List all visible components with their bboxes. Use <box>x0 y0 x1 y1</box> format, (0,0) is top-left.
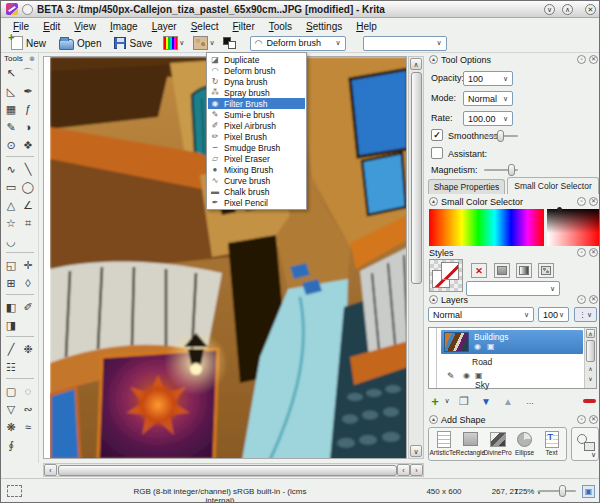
save-button[interactable]: Save <box>110 37 156 49</box>
assistant-tool-button[interactable]: ╱ <box>3 340 20 358</box>
scroll-left-button[interactable]: ‹ <box>44 464 57 476</box>
pattern-picker-button[interactable]: ∨ <box>191 36 216 50</box>
float-icon[interactable]: ▫ <box>577 248 586 257</box>
lock-icon[interactable]: ▣ <box>487 342 495 351</box>
freehand-tool-button[interactable]: ∿ <box>3 160 20 178</box>
rectangle-tool-button[interactable]: ▭ <box>3 178 20 196</box>
lock-icon[interactable]: ▣ <box>475 371 483 380</box>
hue-strip[interactable] <box>429 209 544 246</box>
shape-text[interactable]: Text <box>538 430 565 456</box>
menu-edit[interactable]: Edit <box>36 21 67 32</box>
edit-path-tool-button[interactable]: ⌒ <box>20 64 37 82</box>
open-button[interactable]: Open <box>55 37 105 50</box>
menu-settings[interactable]: Settings <box>299 21 349 32</box>
style-pattern-button[interactable] <box>538 263 554 278</box>
smoothness-slider[interactable] <box>484 130 518 142</box>
move-layer-up-button[interactable]: ▲ <box>500 393 516 409</box>
duplicate-layer-button[interactable]: ❐ <box>456 393 472 409</box>
fit-canvas-button[interactable]: ▣ <box>582 485 595 498</box>
brush-menu-item[interactable]: ◪Duplicate <box>208 54 305 65</box>
shape-rectangle[interactable]: Rectangle <box>457 430 484 456</box>
docker-close-icon[interactable]: ⊗ <box>29 55 35 63</box>
collapse-icon[interactable]: ▴ <box>429 55 438 64</box>
shape-category-button[interactable]: ∨ <box>571 427 599 461</box>
grid-tool-tool-button[interactable]: ☷ <box>3 358 20 376</box>
grid-tool-button[interactable]: ⊞ <box>3 274 20 292</box>
visibility-eye-icon[interactable]: ◉ <box>474 342 481 351</box>
add-layer-button[interactable]: + <box>428 393 442 409</box>
float-icon[interactable]: ▫ <box>577 415 586 424</box>
menu-help[interactable]: Help <box>349 21 384 32</box>
shape-artistic-text[interactable]: ArtisticTe: <box>430 430 457 456</box>
color-picker-tool-button[interactable]: ⊙ <box>3 136 20 154</box>
brush-menu-item[interactable]: ↻Dyna brush <box>208 76 305 87</box>
select-rectangular-tool-button[interactable]: ▢ <box>3 382 20 400</box>
scroll-up-button[interactable]: ∧ <box>586 329 595 338</box>
style-none-preview[interactable] <box>429 259 463 292</box>
canvas-vertical-scrollbar[interactable]: ∧ ∨ <box>408 56 424 459</box>
tab-small-color-selector[interactable]: Small Color Selector <box>507 177 599 194</box>
layer-options-button[interactable]: ⋮∨ <box>574 307 597 322</box>
scroll-down-button[interactable]: ∨ <box>586 376 595 384</box>
saturation-value-square[interactable] <box>547 209 600 246</box>
add-layer-dropdown[interactable]: ∨ <box>442 393 452 409</box>
style-solid-button[interactable] <box>494 263 510 278</box>
crop-tool-button[interactable]: ⌗ <box>20 214 37 232</box>
filter-effects-tool-button[interactable]: ƒ <box>20 100 37 118</box>
brush-menu-item[interactable]: ∽Smudge Brush <box>208 142 305 153</box>
horizontal-scroll-thumb[interactable] <box>58 465 397 476</box>
move-layer-down-button[interactable]: ▼ <box>478 393 494 409</box>
polygon-tool-button[interactable]: △ <box>3 196 20 214</box>
arc-tool-button[interactable]: ◡ <box>3 232 20 250</box>
collapse-icon[interactable]: ▴ <box>429 295 438 304</box>
close-icon[interactable]: ✕ <box>589 197 598 206</box>
layer-row-road[interactable]: Road <box>472 357 492 367</box>
star-tool-button[interactable]: ☆ <box>3 214 20 232</box>
calligraphy-tool-button[interactable]: ✒ <box>20 82 37 100</box>
delete-layer-button[interactable] <box>583 399 596 403</box>
scroll-up-button-2[interactable]: ∧ <box>586 366 595 374</box>
visibility-eye-icon[interactable]: ◉ <box>463 371 470 380</box>
close-button[interactable]: ✕ <box>585 4 596 15</box>
brush-menu-item[interactable]: ⁂Spray brush <box>208 87 305 98</box>
shape-ellipse[interactable]: Ellipse <box>511 430 538 456</box>
collapse-icon[interactable]: ▴ <box>429 197 438 206</box>
close-icon[interactable]: ✕ <box>589 415 598 424</box>
zoom-combobox[interactable]: 125% ∨ <box>514 487 541 496</box>
brush-menu-item[interactable]: ∿Curve brush <box>208 175 305 186</box>
ruler-tool-button[interactable]: ◺ <box>3 82 20 100</box>
brush-type-combobox[interactable]: ◠ Deform brush ∨ <box>250 36 346 51</box>
brush-menu-item[interactable]: ◠Deform brush <box>208 65 305 76</box>
scroll-thumb[interactable] <box>586 340 595 362</box>
menu-filter[interactable]: Filter <box>225 21 261 32</box>
menu-layer[interactable]: Layer <box>145 21 184 32</box>
menu-tools[interactable]: Tools <box>262 21 299 32</box>
tab-shape-properties[interactable]: Shape Properties <box>428 179 505 194</box>
shapes-3d-tool-button[interactable]: ◧ <box>3 298 20 316</box>
fg-bg-color-swap-button[interactable] <box>222 36 237 50</box>
gradient-tool-button[interactable]: ◑ <box>20 118 37 136</box>
perspective-tool-button[interactable]: ◊ <box>20 274 37 292</box>
scroll-up-button[interactable]: ∧ <box>410 58 422 70</box>
brush-menu-item[interactable]: ✒Pixel Pencil <box>208 197 305 208</box>
pattern-edit-tool-button[interactable]: ▦ <box>3 100 20 118</box>
brush-menu-item[interactable]: ▱Pixel Eraser <box>208 153 305 164</box>
zoom-slider[interactable] <box>539 485 576 497</box>
brush-menu-item[interactable]: ✏Pixel Brush <box>208 131 305 142</box>
close-icon[interactable]: ✕ <box>589 55 598 64</box>
select-contiguous-tool-button[interactable]: ❋ <box>3 418 20 436</box>
brush-menu-item[interactable]: ◉Filter Brush <box>208 98 305 109</box>
brush-menu-item[interactable]: ✐Pixel Airbrush <box>208 120 305 131</box>
select-polygonal-tool-button[interactable]: ▽ <box>3 400 20 418</box>
move-tool-button[interactable]: ✛ <box>20 256 37 274</box>
vertical-scroll-thumb[interactable] <box>411 72 422 284</box>
layer-properties-button[interactable]: ... <box>522 393 538 409</box>
maximize-button[interactable]: ∧ <box>562 4 573 15</box>
new-button[interactable]: New <box>7 36 50 50</box>
layer-row-sky[interactable]: ✎ ◉ ▣ Sky <box>441 369 583 387</box>
smoothness-checkbox[interactable]: ✓ <box>431 129 443 141</box>
opacity-combobox[interactable]: 100 ∨ <box>463 71 513 86</box>
float-icon[interactable]: ▫ <box>577 295 586 304</box>
gradient-picker-button[interactable]: ∨ <box>161 36 186 50</box>
brush-menu-item[interactable]: ●Mixing Brush <box>208 164 305 175</box>
